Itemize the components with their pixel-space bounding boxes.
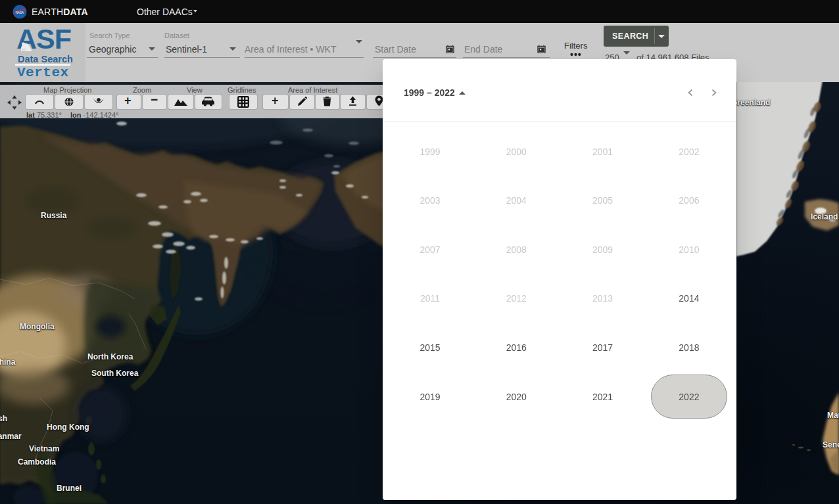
svg-text:ajh: ajh bbox=[22, 47, 26, 51]
svg-text:NASA: NASA bbox=[16, 11, 24, 14]
